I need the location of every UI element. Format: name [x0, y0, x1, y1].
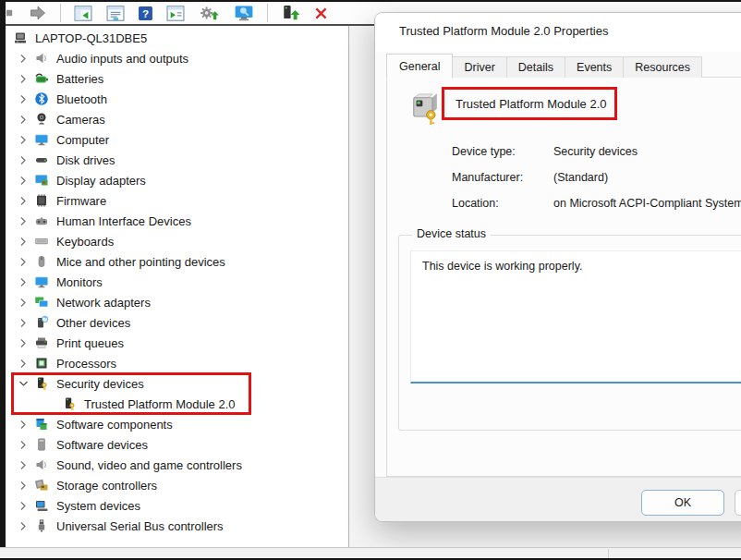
chevron-right-icon[interactable]	[17, 458, 30, 471]
chevron-right-icon[interactable]	[17, 479, 30, 492]
chevron-down-icon[interactable]	[17, 377, 30, 390]
tree-item-label: Network adapters	[56, 296, 151, 310]
window-run-icon	[165, 5, 186, 22]
tree-item-laptop-ql31dbe5[interactable]: LAPTOP-QL31DBE5	[6, 28, 348, 48]
chevron-right-icon[interactable]	[17, 255, 30, 268]
chevron-right-icon[interactable]	[17, 438, 30, 451]
chevron-right-icon[interactable]	[17, 113, 30, 126]
chevron-right-icon[interactable]	[17, 418, 30, 431]
tree-item-label: Trusted Platform Module 2.0	[84, 397, 236, 411]
security-device-icon	[34, 376, 49, 391]
tpm-device-icon	[407, 90, 441, 127]
tree-item-software-devices[interactable]: Software devices	[6, 434, 348, 455]
chevron-right-icon[interactable]	[17, 72, 30, 85]
chip-icon	[34, 193, 49, 208]
tab-general[interactable]: General	[386, 54, 453, 79]
tree-item-display-adapters[interactable]: Display adapters	[6, 170, 348, 190]
tree-item-trusted-platform-module-2-0[interactable]: Trusted Platform Module 2.0	[6, 394, 348, 414]
dialog-titlebar[interactable]: Trusted Platform Module 2.0 Properties	[375, 13, 741, 52]
device-status-textbox[interactable]: This device is working properly.	[410, 250, 741, 383]
tree-item-label: Storage controllers	[56, 479, 157, 493]
system-device-icon	[34, 498, 49, 513]
tree-item-sound-video-and-game-controllers[interactable]: Sound, video and game controllers	[6, 455, 348, 475]
tree-item-label: Other devices	[56, 316, 130, 330]
tree-item-label: Sound, video and game controllers	[56, 458, 242, 472]
tree-item-security-devices[interactable]: Security devices	[6, 373, 348, 394]
tree-item-keyboards[interactable]: Keyboards	[6, 231, 348, 251]
chevron-right-icon[interactable]	[17, 499, 30, 512]
display-adapter-icon	[34, 173, 49, 188]
tree-item-label: Bluetooth	[56, 92, 107, 106]
chevron-right-icon[interactable]	[17, 194, 30, 207]
tree-item-mice-and-other-pointing-devices[interactable]: Mice and other pointing devices	[6, 251, 348, 272]
toolbar-button-help[interactable]: ?	[138, 3, 153, 23]
tree-item-monitors[interactable]: Monitors	[6, 272, 348, 292]
toolbar-button-uninstall[interactable]	[312, 3, 330, 23]
tree-item-print-queues[interactable]: Print queues	[6, 333, 348, 353]
toolbar-button-back[interactable]	[6, 3, 15, 23]
chevron-right-icon[interactable]	[17, 214, 30, 227]
tree-item-system-devices[interactable]: System devices	[6, 495, 348, 516]
tree-item-label: Display adapters	[56, 174, 146, 188]
tree-item-disk-drives[interactable]: Disk drives	[6, 150, 348, 170]
monitor-icon	[34, 132, 49, 147]
chevron-right-icon[interactable]	[17, 52, 30, 65]
tree-item-cameras[interactable]: Cameras	[6, 109, 348, 129]
tree-item-storage-controllers[interactable]: Storage controllers	[6, 475, 348, 495]
chevron-right-icon[interactable]	[17, 316, 30, 329]
tree-item-other-devices[interactable]: ?Other devices	[6, 312, 348, 333]
dialog-footer: OK	[375, 477, 741, 521]
tree-item-label: System devices	[56, 499, 140, 513]
speaker-icon	[34, 457, 49, 472]
tree-item-network-adapters[interactable]: Network adapters	[6, 292, 348, 312]
software-device-icon	[34, 437, 49, 452]
device-status-group: Device status This device is working pro…	[398, 235, 741, 431]
ok-button[interactable]: OK	[641, 490, 724, 516]
tree-item-software-components[interactable]: Software components	[6, 414, 348, 434]
tree-item-human-interface-devices[interactable]: Human Interface Devices	[6, 211, 348, 231]
tree-item-firmware[interactable]: Firmware	[6, 190, 348, 211]
device-info-row: Device type:Security devices	[452, 139, 741, 164]
tree-item-label: Firmware	[56, 194, 106, 208]
chevron-right-icon[interactable]	[17, 174, 30, 187]
chevron-right-icon[interactable]	[17, 357, 30, 370]
chevron-right-icon[interactable]	[17, 235, 30, 248]
tree-item-computer[interactable]: Computer	[6, 129, 348, 150]
tab-details[interactable]: Details	[506, 56, 565, 78]
toolbar-button-driver-update[interactable]	[280, 3, 300, 23]
disk-icon	[34, 152, 49, 167]
svg-text:?: ?	[43, 316, 46, 322]
chevron-right-icon[interactable]	[17, 153, 30, 166]
tree-item-audio-inputs-and-outputs[interactable]: Audio inputs and outputs	[6, 48, 348, 68]
toolbar-button-console-tree[interactable]	[73, 3, 93, 23]
tree-item-bluetooth[interactable]: Bluetooth	[6, 89, 348, 109]
chevron-right-icon[interactable]	[17, 92, 30, 105]
tree-item-universal-serial-bus-controllers[interactable]: Universal Serial Bus controllers	[6, 516, 348, 536]
status-bar	[0, 547, 741, 558]
device-status-group-label: Device status	[412, 227, 491, 240]
chevron-right-icon[interactable]	[17, 296, 30, 309]
device-name: Trusted Platform Module 2.0	[444, 97, 607, 111]
screen: ? LAPTOP-QL31DBE5Audio inputs and output…	[0, 0, 741, 560]
tree-item-label: Monitors	[56, 275, 103, 289]
console-tree-icon	[73, 5, 93, 22]
chevron-right-icon[interactable]	[17, 519, 30, 532]
cancel-button-partial[interactable]	[735, 490, 741, 516]
tree-item-processors[interactable]: Processors	[6, 353, 348, 373]
chevron-right-icon[interactable]	[17, 336, 30, 349]
device-info-value: Security devices	[553, 145, 638, 158]
toolbar-button-computer-search[interactable]	[232, 3, 256, 23]
tab-events[interactable]: Events	[565, 56, 624, 78]
tree-item-batteries[interactable]: Batteries	[6, 68, 348, 89]
tree-item-label: Universal Serial Bus controllers	[56, 519, 224, 533]
chevron-right-icon[interactable]	[17, 275, 30, 288]
toolbar-button-gear-update[interactable]	[198, 3, 220, 23]
tab-driver[interactable]: Driver	[452, 56, 506, 78]
help-icon: ?	[138, 6, 153, 21]
toolbar-button-forward[interactable]	[27, 3, 49, 23]
toolbar-button-properties[interactable]	[105, 3, 126, 23]
chevron-right-icon[interactable]	[17, 133, 30, 146]
mouse-icon	[34, 254, 49, 269]
tab-resources[interactable]: Resources	[623, 56, 702, 78]
toolbar-button-window-run[interactable]	[165, 3, 186, 23]
